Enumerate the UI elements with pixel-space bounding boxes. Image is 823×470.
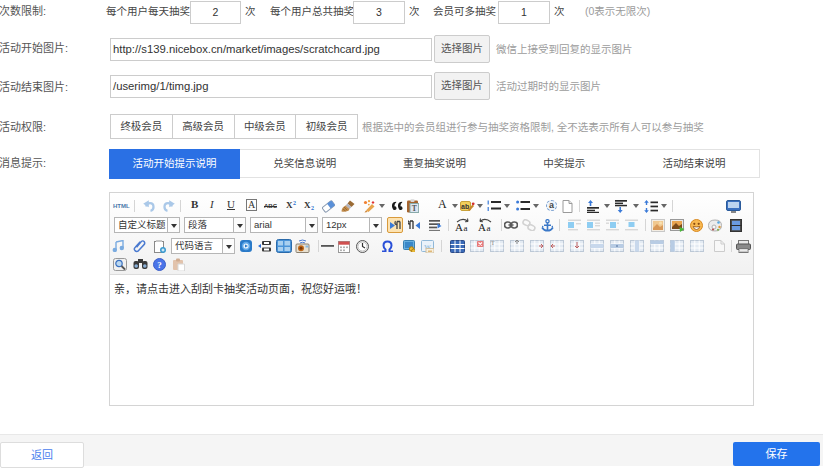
- svg-text:T: T: [412, 204, 417, 213]
- svg-text:T: T: [491, 240, 495, 246]
- svg-text:?: ?: [157, 260, 162, 270]
- svg-text:ab: ab: [461, 202, 469, 209]
- svg-text:a: a: [487, 223, 491, 232]
- svg-text:A: A: [478, 221, 486, 232]
- svg-text:a: a: [464, 223, 468, 232]
- svg-text:A: A: [455, 221, 463, 232]
